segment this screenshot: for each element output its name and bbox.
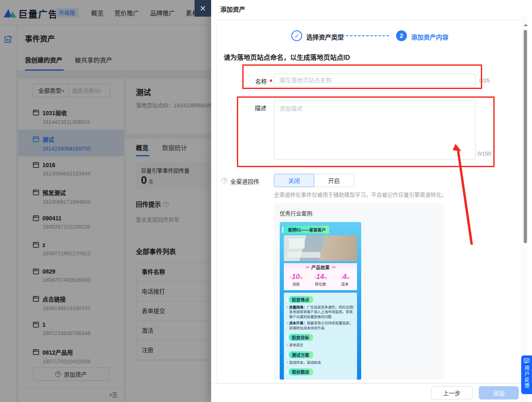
collapse-sidebar-icon[interactable] [110, 392, 117, 398]
asset-name: 1031验收 [42, 109, 67, 117]
asset-id: 1810068171894804 [42, 199, 120, 205]
site-icon [33, 322, 39, 328]
page-title: 事件资产 [25, 33, 55, 44]
case-bullet: ▪表单提交 [287, 343, 354, 348]
case-bullet: ▪成本升高：随着家装公司持续放量投放，前端转化成本持续升高 [287, 321, 354, 330]
plus-icon [55, 371, 61, 377]
channel-help-icon[interactable] [222, 178, 227, 183]
asset-detail-body-card: 概览 数据统计 巨量引擎事件回传量 0条 回传提示 暂未发现回传异常 全部事件列… [126, 139, 211, 402]
channel-on-button[interactable]: 开启 [314, 174, 354, 187]
nav-item[interactable]: 竞价推广 [114, 8, 139, 17]
step-connector [334, 35, 389, 36]
asset-id: 1809267115230235 [42, 224, 120, 230]
tab-overview[interactable]: 概览 [136, 143, 148, 152]
channel-off-button[interactable]: 关闭 [274, 174, 314, 187]
metric-label: 巨量引擎事件回传量 [141, 166, 190, 174]
callback-metric-card: 巨量引擎事件回传量 0条 [136, 162, 211, 190]
site-icon [33, 349, 39, 355]
help-icon[interactable] [163, 201, 169, 207]
tab-data-stats[interactable]: 数据统计 [162, 143, 187, 152]
site-icon [33, 190, 39, 195]
tab-shared-assets[interactable]: 被共享的资产 [75, 55, 112, 64]
add-asset-button[interactable]: 添加资产 [33, 367, 109, 381]
previous-step-button[interactable]: 上一步 [431, 386, 473, 400]
metric-value: 0条 [141, 174, 153, 187]
case-card: 案例01——家装客户 »» 产品效果 «« ↑10% 消耗 [280, 222, 361, 380]
asset-name: 测试 [42, 135, 54, 143]
asset-list-item[interactable]: 090411 1809267115230235 [18, 210, 124, 236]
name-char-counter: 0/25 [479, 77, 490, 84]
section-title: 投放目标 [289, 334, 313, 341]
channel-label: 全渠道回传 [230, 177, 259, 185]
case-panel-title: 优秀行业案例: [280, 209, 314, 217]
asset-id: 1807233830798348 [42, 330, 120, 336]
asset-list-item[interactable]: 0812产品用 1807170210410938 [18, 343, 124, 367]
brand-logo-icon [4, 7, 17, 18]
case-stats-row: ↑10% 消耗 ↑14% 转化数 ↓4% 成本 [284, 271, 357, 290]
asset-sidebar: 全部类型 1031验收 1814423511356515 [18, 79, 124, 402]
site-icon [33, 242, 39, 248]
top-nav: 概览 竞价推广 品牌推广 素材 [91, 0, 198, 25]
feedback-chat-icon [524, 358, 530, 363]
site-id-text: 落地页站点ID：1814239068189700 [136, 101, 211, 109]
step1-label: 选择资产类型 [306, 32, 344, 41]
section-title: 测试方案 [289, 351, 313, 358]
asset-id: 1808146519190747 [42, 305, 120, 311]
events-list-title: 全部事件列表 [136, 246, 176, 256]
case-badge: 案例01——家装客户 [285, 226, 329, 234]
site-desc-textarea[interactable] [274, 100, 475, 160]
drawer-close-button[interactable] [195, 0, 211, 17]
drawer-content: 选择资产类型 2 添加资产内容 请为落地页站点命名，以生成落地页站点ID 名称 … [216, 20, 524, 383]
desc-field-label: 描述 [255, 104, 266, 112]
search-input[interactable] [69, 84, 110, 97]
event-table-row: 激活 [136, 321, 211, 340]
events-table: 事件名称 电话拨打 表单提交 激活 注册 [136, 262, 211, 360]
asset-id: 1807170210410938 [42, 358, 120, 365]
event-table-row: 注册 [136, 340, 211, 360]
asset-id: 1808707492616483 [42, 277, 120, 283]
scrollbar-track[interactable] [522, 17, 528, 402]
event-assets-icon[interactable] [4, 35, 12, 43]
stat-cost: ↓4% 成本 [332, 271, 357, 290]
site-icon [33, 110, 39, 116]
scroll-up-arrow[interactable] [524, 24, 528, 26]
asset-list-item[interactable]: 点击链接 1808146519190747 [18, 289, 124, 316]
add-submit-button[interactable]: 添加 [479, 386, 519, 400]
type-filter-select[interactable]: 全部类型 [33, 84, 69, 97]
asset-list-item[interactable]: 测试 1814239068189700 [18, 130, 124, 156]
step1-check-icon [291, 30, 302, 41]
arrows-left-icon: «« [332, 265, 335, 269]
asset-list: 1031验收 1814423511356515 测试 1814239068189… [18, 103, 124, 367]
desc-char-counter: 0/150 [478, 150, 491, 157]
required-marker [270, 79, 272, 82]
site-name-input[interactable] [274, 73, 475, 87]
nav-item[interactable]: 概览 [91, 8, 103, 17]
asset-detail-title: 测试 [136, 86, 151, 97]
event-table-row: 电话拨打 [136, 282, 211, 301]
active-tab-underline [25, 69, 64, 71]
tab-my-assets[interactable]: 我创建的资产 [25, 55, 62, 64]
nav-item[interactable]: 品牌推广 [150, 8, 175, 17]
asset-name: 090411 [42, 215, 62, 222]
asset-list-item[interactable]: 1016 1813054832183404 [18, 156, 124, 183]
asset-name: 0829 [42, 268, 55, 275]
scrollbar-thumb[interactable] [524, 30, 527, 243]
asset-list-item[interactable]: 1 1807233830798348 [18, 316, 124, 343]
name-field-label: 名称 [255, 77, 267, 85]
detail-tab-underline [136, 155, 149, 156]
user-feedback-tab[interactable]: 用户反馈 [521, 355, 532, 394]
section-title: 投放难点 [289, 296, 313, 303]
asset-list-item[interactable]: z 1808721992270922 [18, 236, 124, 263]
asset-list-item[interactable]: 预发测试 1810068171894804 [18, 183, 124, 210]
asset-name: 1 [42, 321, 46, 328]
callback-tip-empty-text: 暂未发现回传异常 [136, 215, 179, 223]
asset-name: 点击链接 [42, 295, 66, 303]
asset-detail-header-card: 测试 落地页站点ID：1814239068189700 [126, 79, 211, 134]
stat-consumption: ↑10% 消耗 [284, 271, 308, 290]
drawer-title: 添加资产 [220, 5, 245, 13]
channel-toggle-group: 关闭 开启 [274, 174, 354, 187]
type-filter-value: 全部类型 [38, 87, 62, 94]
site-icon [33, 136, 39, 142]
asset-list-item[interactable]: 1031验收 1814423511356515 [18, 103, 124, 130]
asset-list-item[interactable]: 0829 1808707492616483 [18, 263, 124, 289]
